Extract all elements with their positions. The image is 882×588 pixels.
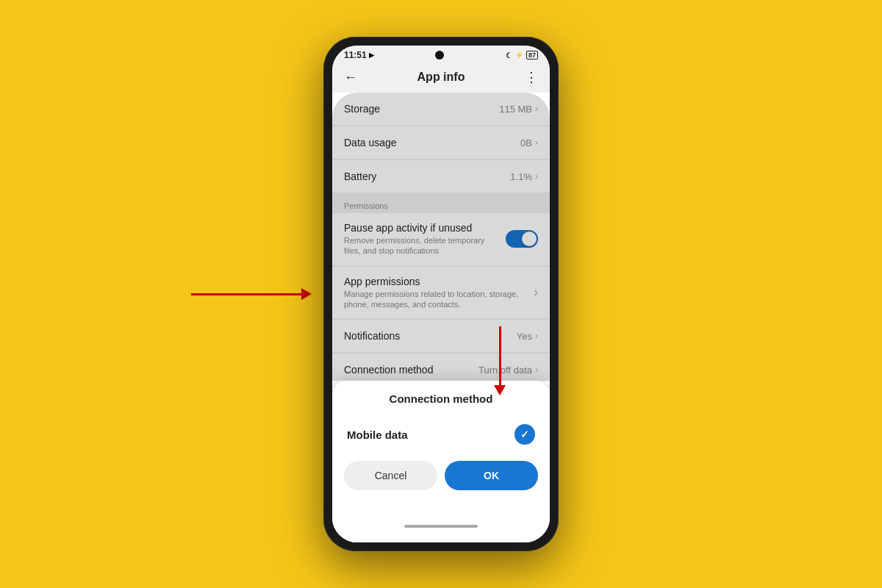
status-time: 11:51: [344, 50, 367, 60]
app-header: ← App info ⋮: [332, 63, 550, 93]
more-menu-button[interactable]: ⋮: [525, 69, 538, 85]
connection-method-dialog: Connection method Mobile data ✓ Cancel O…: [332, 381, 550, 542]
play-icon: ▶: [369, 51, 374, 59]
mobile-data-option[interactable]: Mobile data ✓: [344, 417, 538, 452]
down-arrow-line: [499, 326, 501, 385]
down-arrow-head: [494, 385, 506, 395]
signal-icon: ⚡: [515, 51, 523, 59]
home-indicator: [404, 525, 478, 528]
phone-frame: 11:51 ▶ ☾ ⚡ 87 ← App info ⋮: [323, 37, 559, 551]
battery-icon: 87: [526, 51, 538, 60]
checkmark-icon: ✓: [520, 429, 529, 440]
page-title: App info: [417, 71, 465, 84]
phone-container: 11:51 ▶ ☾ ⚡ 87 ← App info ⋮: [323, 37, 559, 551]
ok-button[interactable]: OK: [445, 461, 538, 490]
arrow-head: [301, 288, 312, 300]
status-icons: ☾ ⚡ 87: [506, 51, 538, 60]
down-arrow-annotation: [494, 326, 506, 395]
mobile-data-check: ✓: [514, 424, 535, 445]
camera-notch: [435, 51, 444, 60]
dialog-buttons: Cancel OK: [344, 461, 538, 490]
phone-screen: 11:51 ▶ ☾ ⚡ 87 ← App info ⋮: [332, 46, 550, 542]
left-arrow-annotation: [191, 288, 312, 300]
dialog-scrim: [332, 93, 550, 381]
back-button[interactable]: ←: [344, 70, 357, 85]
cancel-button[interactable]: Cancel: [344, 461, 437, 490]
mobile-data-label: Mobile data: [347, 429, 408, 441]
content-area: Storage 115 MB › Data usage 0B ›: [332, 93, 550, 542]
dialog-title: Connection method: [344, 392, 538, 405]
status-bar: 11:51 ▶ ☾ ⚡ 87: [332, 46, 550, 63]
moon-icon: ☾: [506, 51, 512, 60]
arrow-line: [191, 293, 301, 295]
